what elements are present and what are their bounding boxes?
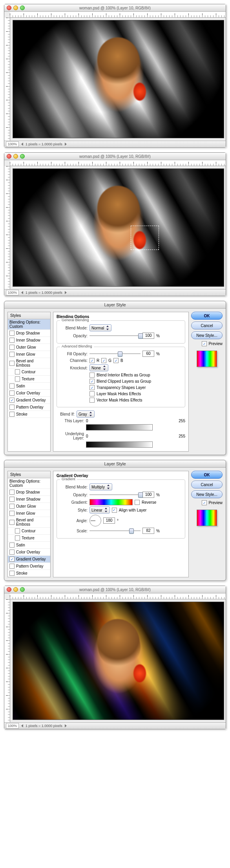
channel-g-checkbox[interactable] bbox=[101, 358, 106, 363]
style-pattern-overlay[interactable]: Pattern Overlay bbox=[8, 563, 50, 570]
style-outer-glow[interactable]: Outer Glow bbox=[8, 344, 50, 351]
style-checkbox[interactable] bbox=[9, 557, 15, 562]
titlebar[interactable]: woman.psd @ 100% (Layer 10, RGB/8#) bbox=[4, 4, 226, 12]
fill-opacity-slider[interactable] bbox=[89, 351, 141, 356]
zoom-field[interactable]: 100% bbox=[6, 290, 19, 295]
style-checkbox[interactable] bbox=[9, 550, 15, 555]
style-checkbox[interactable] bbox=[15, 376, 20, 382]
chevron-right-icon[interactable] bbox=[65, 143, 67, 146]
blend-mode-select[interactable]: Normal bbox=[89, 324, 111, 331]
style-checkbox[interactable] bbox=[9, 520, 15, 525]
angle-input[interactable]: 180 bbox=[103, 517, 115, 524]
preview-checkbox[interactable] bbox=[202, 341, 207, 346]
ruler-vertical[interactable] bbox=[4, 599, 10, 722]
style-checkbox[interactable] bbox=[9, 398, 15, 403]
style-inner-glow[interactable]: Inner Glow bbox=[8, 510, 50, 517]
channel-r-checkbox[interactable] bbox=[89, 358, 95, 363]
style-checkbox[interactable] bbox=[15, 528, 20, 533]
ok-button[interactable]: OK bbox=[191, 471, 223, 479]
gradient-picker[interactable] bbox=[89, 499, 133, 505]
style-blending-options[interactable]: Blending Options: Custom bbox=[8, 319, 50, 330]
transparency-checkbox[interactable] bbox=[89, 385, 95, 390]
close-icon[interactable] bbox=[7, 587, 11, 592]
style-color-overlay[interactable]: Color Overlay bbox=[8, 390, 50, 397]
canvas[interactable] bbox=[13, 20, 224, 138]
style-checkbox[interactable] bbox=[9, 331, 15, 336]
styles-header[interactable]: Styles bbox=[8, 471, 50, 478]
ruler-horizontal[interactable] bbox=[10, 12, 226, 18]
minimize-icon[interactable] bbox=[13, 587, 18, 592]
zoom-icon[interactable] bbox=[20, 154, 25, 159]
go-scale-slider[interactable] bbox=[89, 528, 141, 533]
minimize-icon[interactable] bbox=[13, 154, 18, 159]
this-layer-range[interactable] bbox=[86, 424, 153, 430]
style-checkbox[interactable] bbox=[15, 369, 20, 374]
minimize-icon[interactable] bbox=[13, 5, 18, 10]
style-inner-glow[interactable]: Inner Glow bbox=[8, 351, 50, 358]
go-style-select[interactable]: Linear bbox=[89, 506, 110, 514]
style-checkbox[interactable] bbox=[9, 490, 15, 495]
style-bevel-and-emboss[interactable]: Bevel and Emboss bbox=[8, 517, 50, 528]
style-stroke[interactable]: Stroke bbox=[8, 570, 50, 577]
canvas[interactable] bbox=[13, 602, 224, 720]
vectormask-checkbox[interactable] bbox=[89, 398, 95, 403]
ruler-horizontal[interactable] bbox=[10, 593, 226, 599]
close-icon[interactable] bbox=[7, 154, 11, 159]
style-checkbox[interactable] bbox=[9, 391, 15, 396]
style-satin[interactable]: Satin bbox=[8, 383, 50, 390]
style-pattern-overlay[interactable]: Pattern Overlay bbox=[8, 404, 50, 411]
style-checkbox[interactable] bbox=[15, 535, 20, 541]
chevron-left-icon[interactable] bbox=[21, 143, 23, 146]
style-checkbox[interactable] bbox=[9, 504, 15, 509]
style-checkbox[interactable] bbox=[9, 345, 15, 350]
go-opacity-input[interactable]: 100 bbox=[142, 492, 154, 498]
blend-if-select[interactable]: Gray bbox=[77, 410, 95, 418]
underlying-range[interactable] bbox=[86, 441, 153, 448]
style-gradient-overlay[interactable]: Gradient Overlay bbox=[8, 397, 50, 404]
ok-button[interactable]: OK bbox=[191, 312, 223, 320]
style-checkbox[interactable] bbox=[9, 405, 15, 410]
preview-checkbox[interactable] bbox=[202, 500, 207, 505]
style-checkbox[interactable] bbox=[9, 542, 15, 548]
ruler-vertical[interactable] bbox=[4, 18, 10, 141]
opacity-input[interactable]: 100 bbox=[142, 333, 154, 339]
zoom-field[interactable]: 100% bbox=[6, 723, 19, 729]
style-checkbox[interactable] bbox=[9, 338, 15, 343]
style-drop-shadow[interactable]: Drop Shadow bbox=[8, 330, 50, 337]
style-color-overlay[interactable]: Color Overlay bbox=[8, 549, 50, 556]
style-checkbox[interactable] bbox=[9, 511, 15, 516]
go-opacity-slider[interactable] bbox=[89, 492, 141, 497]
fill-opacity-input[interactable]: 60 bbox=[142, 351, 154, 357]
cancel-button[interactable]: Cancel bbox=[191, 322, 223, 329]
style-texture[interactable]: Texture bbox=[8, 535, 50, 542]
chevron-right-icon[interactable] bbox=[65, 724, 67, 727]
knockout-select[interactable]: None bbox=[89, 364, 108, 371]
style-drop-shadow[interactable]: Drop Shadow bbox=[8, 489, 50, 496]
chevron-left-icon[interactable] bbox=[21, 291, 23, 294]
titlebar[interactable]: woman.psd @ 100% (Layer 10, RGB/8#) bbox=[4, 586, 226, 593]
style-gradient-overlay[interactable]: Gradient Overlay bbox=[8, 556, 50, 563]
opacity-slider[interactable] bbox=[89, 333, 141, 338]
style-checkbox[interactable] bbox=[9, 412, 15, 417]
reverse-checkbox[interactable] bbox=[135, 500, 140, 505]
go-blend-mode-select[interactable]: Multiply bbox=[89, 483, 112, 490]
style-checkbox[interactable] bbox=[9, 352, 15, 357]
dialog-title[interactable]: Layer Style bbox=[4, 460, 226, 468]
scale-input[interactable]: 82 bbox=[142, 528, 154, 534]
chevron-left-icon[interactable] bbox=[21, 724, 23, 727]
style-inner-shadow[interactable]: Inner Shadow bbox=[8, 337, 50, 344]
ruler-horizontal[interactable] bbox=[10, 160, 226, 166]
style-satin[interactable]: Satin bbox=[8, 542, 50, 549]
titlebar[interactable]: woman.psd @ 100% (Layer 10, RGB/8#) bbox=[4, 153, 226, 160]
clipped-checkbox[interactable] bbox=[89, 379, 95, 384]
zoom-field[interactable]: 100% bbox=[6, 141, 19, 147]
style-checkbox[interactable] bbox=[9, 497, 15, 502]
style-contour[interactable]: Contour bbox=[8, 528, 50, 535]
interior-checkbox[interactable] bbox=[89, 373, 95, 378]
style-contour[interactable]: Contour bbox=[8, 369, 50, 376]
dialog-title[interactable]: Layer Style bbox=[4, 301, 226, 309]
canvas[interactable] bbox=[13, 168, 224, 287]
close-icon[interactable] bbox=[7, 5, 11, 10]
align-checkbox[interactable] bbox=[112, 508, 117, 513]
zoom-icon[interactable] bbox=[20, 5, 25, 10]
